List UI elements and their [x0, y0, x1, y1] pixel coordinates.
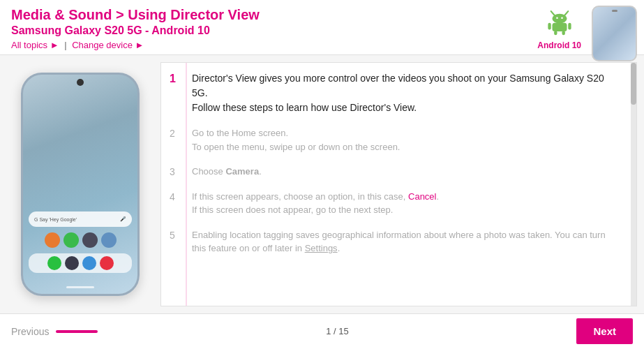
svg-line-1	[564, 11, 568, 15]
step-text-3: Choose Camera.	[192, 165, 622, 179]
svg-rect-5	[552, 23, 567, 31]
main-content: G Say 'Hey Google' 🎤	[0, 55, 644, 313]
all-topics-link[interactable]: All topics ►	[11, 40, 61, 50]
step-number-4: 4	[170, 191, 185, 202]
phone-notch	[77, 79, 84, 86]
change-device-label: Change device	[72, 40, 133, 50]
step-text-1: Director's View gives you more control o…	[192, 71, 622, 115]
phone-home-bar	[66, 286, 94, 288]
device-title-text: Samsung Galaxy S20 5G - Android 10	[11, 24, 210, 36]
page-indicator: 1 / 15	[326, 326, 349, 336]
phone-icons-row	[29, 232, 132, 248]
scrollbar[interactable]	[631, 63, 636, 306]
phone-search-bar: G Say 'Hey Google' 🎤	[29, 211, 132, 227]
scrollbar-thumb[interactable]	[631, 63, 636, 105]
steps-section: 1 Director's View gives you more control…	[160, 62, 637, 306]
svg-rect-6	[548, 23, 551, 30]
svg-rect-9	[562, 31, 564, 35]
step-track	[186, 63, 187, 306]
phone-app-icon-4	[101, 232, 117, 248]
step-item-4: 4 If this screen appears, choose an opti…	[170, 190, 622, 217]
svg-rect-8	[554, 31, 557, 35]
step-content-4: If this screen appears, choose an option…	[192, 190, 622, 217]
step-text-5: Enabling location tagging saves geograph…	[192, 228, 622, 255]
steps-list: 1 Director's View gives you more control…	[161, 63, 636, 275]
phone-section: G Say 'Hey Google' 🎤	[0, 55, 160, 313]
step-text-4: If this screen appears, choose an option…	[192, 190, 622, 217]
phone-app-icon-2	[63, 232, 79, 248]
phone-bottom-icon-3	[82, 256, 96, 270]
phone-search-text: Say 'Hey Google'	[39, 217, 77, 222]
step-text-2: Go to the Home screen. To open the menu,…	[192, 126, 622, 154]
phone-mockup: G Say 'Hey Google' 🎤	[21, 73, 140, 296]
all-topics-label: All topics	[11, 40, 47, 50]
progress-bar	[56, 330, 98, 333]
cancel-link: Cancel	[408, 191, 436, 202]
phone-bottom-bar	[29, 253, 132, 273]
svg-point-2	[552, 14, 567, 24]
svg-point-4	[561, 17, 563, 19]
header: Media & Sound > Using Director View Sams…	[0, 0, 644, 55]
android-version-label: Android 10	[537, 40, 581, 50]
phone-app-icon-3	[82, 232, 98, 248]
step-content-2: Go to the Home screen. To open the menu,…	[192, 126, 622, 154]
phone-app-icon-1	[45, 232, 60, 248]
next-button[interactable]: Next	[576, 318, 633, 344]
step-content-3: Choose Camera.	[192, 165, 622, 179]
step-content-1: Director's View gives you more control o…	[192, 71, 622, 115]
step-number-2: 2	[170, 128, 185, 139]
step-item-1: 1 Director's View gives you more control…	[170, 71, 622, 115]
step-item-2: 2 Go to the Home screen. To open the men…	[170, 126, 622, 154]
footer: Previous 1 / 15 Next	[0, 313, 644, 348]
step-number-3: 3	[170, 166, 185, 177]
phone-thumbnail	[592, 6, 637, 61]
svg-rect-7	[568, 23, 571, 30]
change-device-link[interactable]: Change device ►	[72, 40, 144, 50]
phone-bottom-icon-1	[47, 256, 61, 270]
android-icon	[545, 7, 574, 36]
android-badge: Android 10	[537, 7, 581, 50]
phone-bottom-icon-2	[65, 256, 79, 270]
phone-bottom-icon-4	[100, 256, 114, 270]
previous-label: Previous	[11, 326, 49, 337]
breadcrumb-text: Media & Sound > Using Director View	[11, 7, 260, 22]
svg-line-0	[551, 11, 554, 15]
phone-screen-content: G Say 'Hey Google' 🎤	[29, 211, 132, 273]
step-number-5: 5	[170, 230, 185, 241]
nav-separator: |	[64, 40, 66, 50]
step-item-3: 3 Choose Camera.	[170, 165, 622, 179]
phone-thumb-image	[592, 6, 637, 61]
svg-point-3	[556, 17, 558, 19]
step-number-1: 1	[170, 73, 185, 85]
step-content-5: Enabling location tagging saves geograph…	[192, 228, 622, 255]
step-item-5: 5 Enabling location tagging saves geogra…	[170, 228, 622, 255]
footer-progress-area: Previous	[11, 326, 98, 337]
